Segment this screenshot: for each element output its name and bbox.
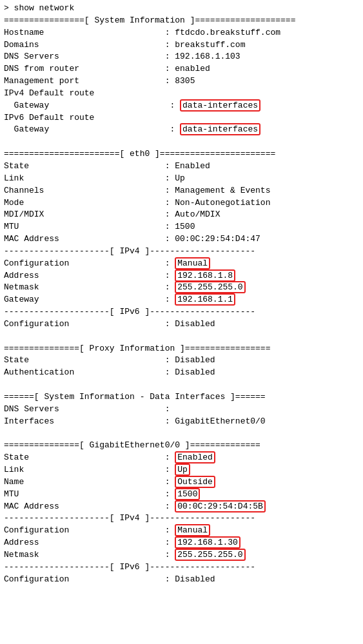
eth0-address-value: 192.168.1.8 [175, 269, 235, 282]
gige-mac-line: MAC Address : 00:0C:29:54:D4:5B [4, 501, 359, 513]
gige-ipv4-separator: ---------------------[ IPv4 ]-----------… [4, 512, 359, 525]
eth0-channels-line: Channels : Management & Events [4, 185, 359, 197]
eth0-ipv6-separator: ---------------------[ IPv6 ]-----------… [4, 306, 359, 318]
eth0-separator: =======================[ eth0 ]=========… [4, 148, 359, 161]
system-info-separator: ================[ System Information ]==… [4, 15, 359, 27]
gige-config-line: Configuration : Manual [4, 525, 359, 537]
eth0-config-line: Configuration : Manual [4, 258, 359, 270]
gige-mac-value: 00:0C:29:54:D4:5B [175, 500, 266, 512]
hostname-line: Hostname : ftdcdo.breakstuff.com [4, 27, 359, 39]
proxy-auth-line: Authentication : Disabled [4, 367, 359, 379]
gige-netmask-line: Netmask : 255.255.255.0 [4, 549, 359, 561]
domains-line: Domains : breakstuff.com [4, 39, 359, 52]
terminal-output: > show network ================[ System … [4, 3, 359, 586]
eth0-gateway-value: 192.168.1.1 [175, 293, 235, 306]
sysinfo-dns-line: DNS Servers : [4, 404, 359, 416]
command-line: > show network [4, 3, 359, 15]
blank-line-3 [4, 379, 359, 391]
eth0-link-line: Link : Up [4, 173, 359, 185]
ipv6-gateway-line: Gateway : data-interfaces [4, 124, 359, 136]
gige-link-line: Link : Up [4, 464, 359, 476]
gige-state-value: Enabled [175, 451, 215, 463]
gige-mtu-value: 1500 [175, 488, 200, 500]
eth0-ipv6-config-line: Configuration : Disabled [4, 318, 359, 331]
ipv4-gateway-line: Gateway : data-interfaces [4, 100, 359, 112]
dns-servers-line: DNS Servers : 192.168.1.103 [4, 51, 359, 63]
eth0-mode-line: Mode : Non-Autonegotiation [4, 197, 359, 210]
eth0-mac-line: MAC Address : 00:0C:29:54:D4:47 [4, 233, 359, 246]
sysinfo-data-separator: ======[ System Information - Data Interf… [4, 391, 359, 404]
dns-from-router-line: DNS from router : enabled [4, 63, 359, 75]
ipv4-gateway-value: data-interfaces [180, 99, 260, 112]
eth0-netmask-line: Netmask : 255.255.255.0 [4, 282, 359, 294]
eth0-mtu-line: MTU : 1500 [4, 221, 359, 233]
gige-netmask-value: 255.255.255.0 [175, 549, 245, 561]
gige-mtu-line: MTU : 1500 [4, 489, 359, 501]
eth0-netmask-value: 255.255.255.0 [175, 281, 245, 293]
eth0-state-line: State : Enabled [4, 161, 359, 173]
ipv6-gateway-value: data-interfaces [180, 123, 260, 135]
ipv6-default-route-line: IPv6 Default route [4, 112, 359, 124]
eth0-address-line: Address : 192.168.1.8 [4, 270, 359, 282]
eth0-mdi-line: MDI/MDIX : Auto/MDIX [4, 209, 359, 221]
gige-separator: ===============[ GigabitEthernet0/0 ]===… [4, 440, 359, 452]
blank-line-1 [4, 136, 359, 148]
proxy-state-line: State : Disabled [4, 355, 359, 367]
blank-line-4 [4, 428, 359, 440]
gige-ipv6-separator: ---------------------[ IPv6 ]-----------… [4, 561, 359, 574]
proxy-separator: ===============[ Proxy Information ]====… [4, 343, 359, 355]
eth0-ipv4-separator: ---------------------[ IPv4 ]-----------… [4, 246, 359, 258]
gige-link-value: Up [175, 463, 190, 476]
gige-name-line: Name : Outside [4, 476, 359, 489]
gige-ipv6-config-line: Configuration : Disabled [4, 574, 359, 586]
ipv4-default-route-line: IPv4 Default route [4, 88, 359, 100]
sysinfo-interfaces-line: Interfaces : GigabitEthernet0/0 [4, 416, 359, 428]
gige-address-value: 192.168.1.30 [175, 536, 240, 549]
gige-state-line: State : Enabled [4, 452, 359, 464]
mgmt-port-line: Management port : 8305 [4, 75, 359, 88]
gige-name-value: Outside [175, 476, 215, 488]
eth0-gateway-line: Gateway : 192.168.1.1 [4, 294, 359, 306]
blank-line-2 [4, 331, 359, 343]
gige-config-value: Manual [175, 524, 210, 536]
eth0-config-value: Manual [175, 257, 210, 269]
gige-address-line: Address : 192.168.1.30 [4, 537, 359, 549]
